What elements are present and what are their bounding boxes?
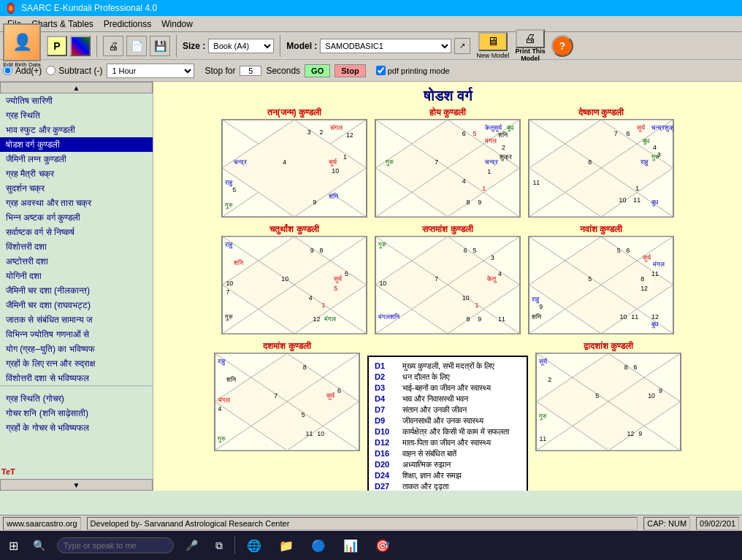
sidebar-item-11[interactable]: अष्टोत्तरी दशा [0,254,153,269]
svg-text:11: 11 [539,435,546,442]
sidebar-item-22[interactable]: गोचर शनि (शनि साढ़ेसाती) [0,406,153,421]
help-btn[interactable]: ? [551,35,573,57]
new-model-icon[interactable]: 🖥 [478,32,508,51]
svg-text:7: 7 [435,275,438,283]
sidebar-item-15[interactable]: जातक से संबंधित सामान्य ज [0,312,153,327]
chart-title-3: देष्काण कुण्डली [528,107,674,118]
sidebar-item-6[interactable]: सुदर्शन चक्र [0,181,153,196]
svg-text:2: 2 [502,144,505,151]
seconds-input[interactable] [240,66,261,76]
svg-text:मंगल: मंगल [484,137,497,145]
sidebar-item-9[interactable]: सर्वाष्टक वर्ग से निष्कर्ष [0,225,153,239]
sidebar-item-18[interactable]: ग्रहों के लिए रत्न और रुद्राक्ष [0,356,153,371]
info-row-d12: D12 माता-पिता का जीवन और स्वास्थ्य [375,438,521,448]
info-desc-d16: वाहन से संबंधित बातें [402,449,456,459]
chart-title-6: नवांश कुण्डली [528,224,674,234]
toolbar-save[interactable]: 💾 [150,36,170,56]
toolbar-icon-p[interactable]: P [47,36,67,56]
chart-box-8: सूर्य 8 6 5 10 9 गुरु 12 9 11 2 [535,353,681,451]
svg-text:सूर्य: सूर्य [642,253,651,262]
subtract-radio[interactable] [46,66,56,75]
sidebar-item-23[interactable]: ग्रहों के गोचर से भविष्यफल [0,421,153,435]
go-button[interactable]: GO [305,64,330,77]
svg-text:8: 8 [303,364,307,371]
sidebar-item-0[interactable]: ज्योतिष सारिणी [0,93,153,108]
chart-8: द्वादशांश कुण्डली सूर्य 8 6 5 10 [535,341,681,450]
svg-text:मंगल: मंगल [324,315,336,323]
chart-box-4: राहु 9 8 शनि 10 सूर्य 5 5 10 7 4 1 12 मं… [221,236,367,334]
svg-text:5: 5 [588,275,592,283]
svg-text:6: 6 [626,130,630,137]
svg-text:6: 6 [337,387,341,394]
sidebar-item-1[interactable]: ग्रह स्थिति [0,108,153,123]
svg-text:1: 1 [343,153,347,161]
sidebar-item-16[interactable]: विभिन्न ज्योतिष गणनाओं से [0,327,153,342]
model-export-btn[interactable]: ↗ [454,38,470,54]
info-desc-d12: माता-पिता का जीवन और स्वास्थ्य [402,438,491,448]
sidebar-item-7[interactable]: ग्रह अवस्था और तारा चक्र [0,196,153,210]
toolbar-print[interactable]: 🖨 [103,36,123,56]
pdf-checkbox[interactable] [376,66,386,75]
info-desc-d3: भाई-बहनों का जीवन और स्वास्थ्य [402,383,491,393]
stop-button[interactable]: Stop [334,64,365,77]
size-combo[interactable]: Book (A4) [208,39,274,53]
toolbar-icon-color[interactable] [70,36,91,56]
svg-text:राहु: राहु [224,241,233,249]
sidebar-item-17[interactable]: योग (ग्रह–युति) का भविष्यफ [0,342,153,356]
subtract-label[interactable]: Subtract (-) [58,66,102,76]
sidebar-item-13[interactable]: जैमिनी चर दशा (नीलकान्त) [0,283,153,298]
scroll-up[interactable]: ▲ [0,82,153,93]
svg-text:9: 9 [638,430,642,437]
svg-text:7: 7 [274,392,278,399]
sidebar-item-8[interactable]: भिन्न अष्टक वर्ग कुण्डली [0,210,153,225]
add-radio[interactable] [3,66,12,75]
sidebar-item-3[interactable]: षोडश वर्ग कुण्डली [0,137,153,152]
info-row-d20: D20 अध्यात्मिक रुझान [375,460,521,469]
sidebar-item-4[interactable]: जैमिनी लग्न कुण्डली [0,152,153,166]
menu-predictions[interactable]: Predictionss [99,18,156,30]
svg-text:गुरु: गुरु [217,435,226,443]
charts-grid: तन(जन्म) कुण्डली [153,107,742,341]
sidebar-item-12[interactable]: योगिनी दशा [0,269,153,283]
new-model-label: New Model [476,52,509,59]
sidebar-item-2[interactable]: भाव स्फुट और कुण्डली [0,123,153,137]
svg-text:9: 9 [313,199,317,206]
svg-text:3: 3 [307,129,311,136]
svg-text:4: 4 [498,270,502,277]
scroll-down[interactable]: ▼ [0,479,153,491]
add-label[interactable]: Add(+) [15,66,42,76]
info-code-d10: D10 [375,427,397,437]
svg-text:10: 10 [620,313,627,321]
sidebar-item-19[interactable]: विंशोत्तरी दशा से भविष्यफल [0,371,153,386]
sidebar-item-5[interactable]: ग्रह मैत्री चक्र [0,166,153,181]
size-label: Size : [183,41,205,51]
svg-text:11: 11 [306,430,313,437]
info-desc-d4: भाव और निवासस्थी भवन [402,394,468,404]
svg-text:5: 5 [302,411,305,418]
svg-text:5: 5 [617,247,621,254]
sidebar-item-14[interactable]: जैमिनी चर दशा (राघवभट्ट) [0,298,153,312]
info-row-d9: D9 जीवनसाथी और उनक स्वास्थ्य [375,416,521,426]
chart-2: होय कुण्डली केतुसूर्य शनि बुध 6 5 [375,107,521,217]
svg-text:मंगल: मंगल [218,396,230,404]
svg-text:5: 5 [345,270,348,277]
print-model-label[interactable]: Print ThisModel [515,48,546,63]
svg-text:10: 10 [332,167,339,174]
chart-box-5: गुरु 6 5 3 7 केतु 4 10 10 1 8 9 11 मंगलश… [375,236,521,334]
menu-window[interactable]: Window [157,18,197,30]
hour-combo[interactable]: 1 Hour [107,64,194,78]
info-row-d10: D10 कार्यक्षेत्र और किसी भी काम में सफलत… [375,427,521,437]
svg-text:बुध: बुध [506,124,514,132]
svg-text:3: 3 [491,254,494,261]
page-title: षोडश वर्ग [153,82,742,107]
chart-3: देष्काण कुण्डली सूर्य चन्द्रशुक्र 7 6 बु… [528,107,674,217]
toolbar-print2[interactable]: 📄 [126,36,147,56]
chart-box-6: 5 6 सूर्य मंगल 5 8 11 12 राहु 9 10 11 12… [528,236,674,334]
sidebar-item-10[interactable]: विंशोत्तरी दशा [0,239,153,254]
svg-text:1: 1 [475,302,478,309]
sidebar-item-21[interactable]: ग्रह स्थिति (गोचर) [0,391,153,406]
print-model-icon[interactable]: 🖨 [516,29,545,48]
model-combo[interactable]: SAMODBASIC1 [320,39,451,53]
pdf-label: pdf printing mode [388,66,450,75]
svg-text:10: 10 [317,430,324,437]
